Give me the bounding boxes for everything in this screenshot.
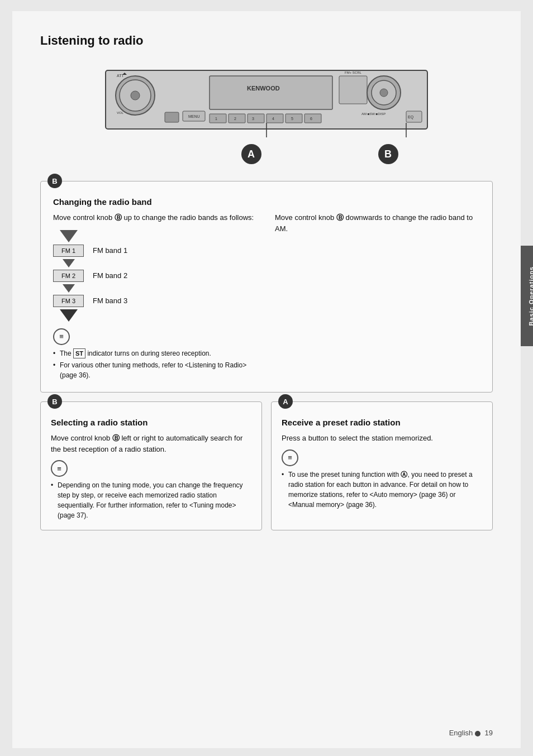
fm2-label: FM band 2 bbox=[93, 271, 127, 280]
page: Basic Operations Listening to radio ATT … bbox=[12, 11, 521, 748]
preset-note-text: To use the preset tuning function with Ⓐ… bbox=[282, 470, 482, 510]
change-band-right: Move control knob Ⓑ downwards to change … bbox=[275, 212, 480, 382]
svg-point-3 bbox=[131, 91, 140, 100]
change-band-content: Move control knob Ⓑ up to change the rad… bbox=[53, 212, 480, 382]
svg-text:VOL: VOL bbox=[117, 111, 124, 114]
svg-text:5: 5 bbox=[291, 117, 293, 121]
preset-note-icon: ≡ bbox=[282, 449, 298, 466]
svg-rect-20 bbox=[285, 114, 302, 123]
fm3-btn: FM 3 bbox=[53, 295, 84, 307]
bottom-sections: B Selecting a radio station Move control… bbox=[40, 401, 493, 530]
section-change-band: B Changing the radio band Move control k… bbox=[40, 181, 493, 393]
note-icon: ≡ bbox=[53, 328, 70, 345]
side-tab-label: Basic Operations bbox=[528, 266, 533, 326]
select-note-text: Depending on the tuning mode, you can ch… bbox=[51, 480, 251, 520]
note-section: ≡ bbox=[53, 328, 258, 345]
fm2-btn: FM 2 bbox=[53, 270, 84, 282]
section-select-station: B Selecting a radio station Move control… bbox=[40, 401, 262, 530]
svg-text:6: 6 bbox=[310, 117, 312, 121]
arrow-top bbox=[60, 230, 78, 242]
note-1: The ST indicator turns on during stereo … bbox=[53, 348, 258, 359]
fm1-label: FM band 1 bbox=[93, 246, 127, 255]
select-note-icon: ≡ bbox=[51, 460, 68, 477]
svg-text:4: 4 bbox=[272, 117, 274, 121]
select-station-body: Move control knob Ⓑ left or right to aut… bbox=[51, 433, 251, 454]
svg-point-27 bbox=[380, 89, 388, 97]
note-2: For various other tuning methods, refer … bbox=[53, 360, 258, 380]
preset-note-1: To use the preset tuning function with Ⓐ… bbox=[282, 470, 482, 510]
callout-a-circle: A bbox=[241, 144, 261, 164]
preset-station-body: Press a button to select the station mem… bbox=[282, 433, 482, 444]
change-band-left-text: Move control knob Ⓑ up to change the rad… bbox=[53, 212, 258, 223]
preset-station-title: Receive a preset radio station bbox=[282, 418, 482, 427]
change-band-left: Move control knob Ⓑ up to change the rad… bbox=[53, 212, 258, 382]
svg-text:2: 2 bbox=[234, 117, 236, 121]
svg-text:3: 3 bbox=[252, 117, 254, 121]
preset-station-badge: A bbox=[278, 394, 293, 409]
fm1-btn: FM 1 bbox=[53, 245, 84, 257]
svg-text:FM+ SCRL: FM+ SCRL bbox=[345, 71, 362, 74]
select-note-1: Depending on the tuning mode, you can ch… bbox=[51, 480, 251, 520]
arrow-bottom bbox=[60, 309, 78, 322]
svg-text:AM ■SW ■DISP: AM ■SW ■DISP bbox=[361, 112, 386, 116]
note-texts: The ST indicator turns on during stereo … bbox=[53, 348, 258, 381]
footer-language: English bbox=[449, 729, 473, 737]
side-tab: Basic Operations bbox=[521, 246, 533, 346]
svg-text:KENWOOD: KENWOOD bbox=[247, 85, 280, 92]
callout-a-item: A bbox=[241, 144, 261, 164]
svg-rect-7 bbox=[165, 112, 179, 122]
footer: English 19 bbox=[449, 729, 493, 737]
footer-dot bbox=[475, 731, 480, 736]
svg-text:MENU: MENU bbox=[188, 114, 200, 118]
page-title: Listening to radio bbox=[40, 34, 493, 48]
preset-note-icon-row: ≡ bbox=[282, 449, 482, 466]
svg-rect-24 bbox=[339, 76, 367, 104]
fm3-row: FM 3 FM band 3 bbox=[53, 295, 258, 307]
device-svg: ATT VOL MENU KENWOOD 1 2 3 4 5 6 bbox=[104, 65, 429, 137]
svg-rect-14 bbox=[229, 114, 245, 123]
fm2-row: FM 2 FM band 2 bbox=[53, 270, 258, 282]
device-illustration: ATT VOL MENU KENWOOD 1 2 3 4 5 6 bbox=[40, 65, 493, 164]
arrow-mid1 bbox=[63, 259, 75, 267]
select-station-badge: B bbox=[47, 394, 62, 409]
arrow-mid2 bbox=[63, 284, 75, 293]
section-b-badge: B bbox=[47, 174, 62, 188]
fm3-label: FM band 3 bbox=[93, 296, 127, 305]
change-band-right-text: Move control knob Ⓑ downwards to change … bbox=[275, 212, 480, 234]
select-note-icon-row: ≡ bbox=[51, 460, 251, 477]
footer-page-number: 19 bbox=[485, 729, 493, 737]
fm1-row: FM 1 FM band 1 bbox=[53, 245, 258, 257]
svg-rect-10 bbox=[210, 76, 332, 109]
section-preset-station: A Receive a preset radio station Press a… bbox=[271, 401, 493, 530]
svg-text:1: 1 bbox=[215, 117, 217, 121]
callout-row: A B bbox=[104, 144, 429, 164]
svg-text:EQ: EQ bbox=[408, 115, 414, 119]
callout-b-item: B bbox=[378, 144, 398, 164]
svg-rect-16 bbox=[248, 114, 264, 123]
callout-b-circle: B bbox=[378, 144, 398, 164]
change-band-title: Changing the radio band bbox=[53, 197, 480, 207]
svg-rect-12 bbox=[210, 114, 226, 123]
svg-rect-22 bbox=[304, 114, 321, 123]
svg-rect-18 bbox=[266, 114, 283, 123]
st-badge: ST bbox=[73, 348, 85, 359]
select-station-title: Selecting a radio station bbox=[51, 418, 251, 427]
fm-diagram: FM 1 FM band 1 FM 2 FM band 2 FM 3 FM ba… bbox=[53, 230, 258, 322]
